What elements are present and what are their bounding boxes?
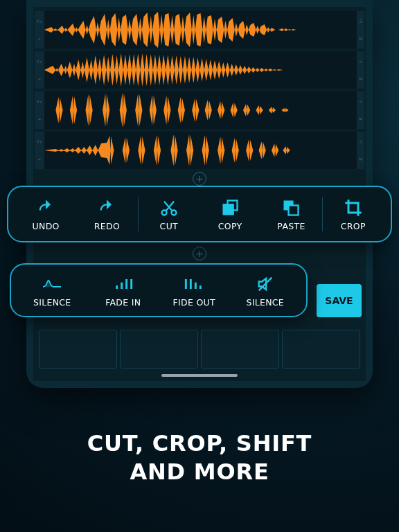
track-sidebar-right[interactable]: S M (357, 11, 364, 48)
waveform[interactable] (44, 51, 357, 89)
track-row: Fx + S M (35, 132, 364, 169)
headline-line-1: CUT, CROP, SHIFT (0, 429, 399, 458)
panel-slot[interactable] (282, 330, 360, 369)
redo-label: REDO (94, 221, 120, 231)
crop-label: CROP (341, 221, 366, 231)
tracks-area: Fx + S M Fx + (33, 7, 366, 186)
paste-label: PASTE (277, 221, 305, 231)
fade-in-icon (113, 274, 134, 294)
silence-wave-icon (42, 274, 62, 294)
mute-label: SILENCE (246, 297, 284, 308)
plus-icon: + (195, 174, 204, 184)
track-solo-label: S (357, 139, 364, 144)
cut-button[interactable]: CUT (139, 197, 200, 231)
svg-point-1 (171, 210, 176, 215)
waveform[interactable] (44, 132, 357, 169)
cut-label: CUT (160, 221, 178, 231)
track-fx-label: Fx (35, 99, 44, 104)
toolbar-main: UNDO REDO CUT COPY PASTE CROP (7, 186, 392, 242)
save-label: SAVE (325, 295, 353, 306)
track-sidebar-left[interactable]: Fx + (35, 132, 44, 169)
waveform[interactable] (44, 11, 357, 48)
track-row: Fx + S M (35, 11, 364, 48)
copy-icon (220, 197, 240, 218)
track-row: Fx + S M (35, 51, 364, 89)
panel-slot[interactable] (39, 330, 117, 369)
track-sidebar-right[interactable]: S M (357, 132, 364, 169)
add-track-mid: + (193, 247, 206, 260)
fade-in-label: FADE IN (105, 297, 141, 308)
mute-button[interactable]: SILENCE (230, 274, 301, 308)
waveform[interactable] (44, 91, 357, 129)
track-add-label: + (35, 116, 44, 121)
track-add-label: + (35, 76, 44, 81)
undo-label: UNDO (33, 221, 60, 231)
add-track-row: + (35, 172, 364, 186)
svg-point-0 (161, 210, 166, 215)
track-add-label: + (35, 157, 44, 161)
track-solo-label: S (357, 99, 364, 104)
bottom-panel (39, 330, 360, 369)
track-fx-label: Fx (35, 19, 44, 24)
headline-line-2: AND MORE (0, 458, 399, 486)
speaker-mute-icon (255, 274, 276, 294)
redo-button[interactable]: REDO (76, 197, 137, 231)
save-button[interactable]: SAVE (317, 284, 362, 317)
crop-icon (343, 197, 364, 218)
fade-out-label: FIDE OUT (173, 297, 215, 308)
fade-in-button[interactable]: FADE IN (88, 274, 159, 308)
track-sidebar-right[interactable]: S M (357, 51, 364, 89)
track-mute-label: M (357, 157, 364, 161)
track-fx-label: Fx (35, 59, 44, 64)
track-mute-label: M (357, 116, 364, 121)
crop-button[interactable]: CROP (323, 197, 384, 231)
copy-button[interactable]: COPY (200, 197, 260, 231)
add-track-button[interactable]: + (193, 172, 206, 186)
track-sidebar-left[interactable]: Fx + (35, 51, 44, 89)
silence-label: SILENCE (33, 297, 71, 308)
scissors-icon (159, 197, 179, 218)
track-add-label: + (35, 36, 44, 41)
track-fx-label: Fx (35, 139, 44, 144)
redo-icon (96, 197, 117, 218)
plus-icon: + (195, 249, 204, 258)
home-indicator (161, 374, 238, 377)
track-row: Fx + S M (35, 91, 364, 129)
panel-slot[interactable] (201, 330, 279, 369)
silence-button[interactable]: SILENCE (17, 274, 88, 308)
track-sidebar-left[interactable]: Fx + (35, 11, 44, 48)
headline: CUT, CROP, SHIFT AND MORE (0, 429, 399, 486)
undo-button[interactable]: UNDO (15, 197, 76, 231)
track-solo-label: S (357, 19, 364, 24)
fade-out-button[interactable]: FIDE OUT (159, 274, 230, 308)
copy-label: COPY (218, 221, 242, 231)
paste-button[interactable]: PASTE (260, 197, 321, 231)
add-track-button[interactable]: + (193, 247, 206, 260)
toolbar-sub: SILENCE FADE IN FIDE OUT SILENCE (10, 263, 308, 317)
paste-icon (281, 197, 301, 218)
track-solo-label: S (357, 59, 364, 64)
track-sidebar-right[interactable]: S M (357, 91, 364, 129)
svg-rect-5 (289, 205, 299, 215)
track-sidebar-left[interactable]: Fx + (35, 91, 44, 129)
fade-out-icon (184, 274, 204, 294)
track-mute-label: M (357, 76, 364, 81)
panel-slot[interactable] (120, 330, 198, 369)
track-mute-label: M (357, 36, 364, 41)
undo-icon (35, 197, 56, 218)
